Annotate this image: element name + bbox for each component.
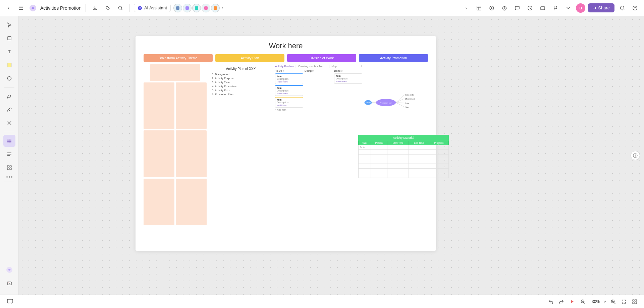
user-avatar[interactable]: B [576,3,585,13]
undo-button[interactable] [547,298,555,306]
sidebar-sep-2 [4,132,14,132]
tool-pen[interactable] [3,90,15,102]
notification-button[interactable] [617,3,627,13]
mind-map-center: Promotion plan [380,102,392,104]
template-button[interactable] [474,3,484,13]
brainstorm-cell [176,179,207,225]
tool-table[interactable] [3,135,15,147]
chevron-down-button[interactable] [563,3,573,13]
share-label: Share [598,5,610,10]
tool-more-dots[interactable] [5,175,14,179]
row1-person [371,145,387,150]
forward-button[interactable]: › [461,3,471,13]
plan-item-6: 6. Promotion Plan [212,93,270,96]
svg-rect-18 [7,63,11,67]
mind-map-left-node: Submit [366,102,371,104]
tag-button[interactable] [103,3,113,13]
collab-icon-p [173,4,182,12]
bottom-right: 30% [547,298,639,306]
col-person: Person [371,141,387,145]
present-mode-button[interactable] [5,297,15,306]
tool-grid[interactable] [3,162,15,174]
brainstorm-top-cell [150,64,200,81]
plan-title: Activity Plan of XXX [212,67,270,71]
canvas-board: Work here Brainstorm Activity Theme Acti… [136,36,436,251]
tool-smart-pen[interactable] [3,104,15,116]
kanban-card-2[interactable]: Item Description + New Form [275,85,303,96]
zoom-out-button[interactable] [579,298,587,306]
collab-icon-p2 [183,4,192,12]
clock-button[interactable] [525,3,535,13]
canvas-area[interactable]: Work here Brainstorm Activity Theme Acti… [19,16,644,295]
main-container: T [0,16,644,295]
canvas-title: Work here [136,36,436,54]
play-button[interactable] [487,3,497,13]
kanban-done-count: 0 [341,70,342,72]
top-toolbar: ‹ ☰ Activities Promotion M AI Assistant [0,0,644,16]
kanban-card-3[interactable]: Item Description + Add Item [275,97,303,108]
tool-sticky[interactable] [3,59,15,71]
svg-point-45 [635,154,635,155]
left-sidebar: T [0,16,19,295]
tool-theme[interactable] [3,264,15,276]
tool-connector[interactable] [3,117,15,129]
info-button[interactable] [631,151,640,160]
kanban-tab-tree[interactable]: Growing number Tree… [298,65,327,68]
section-headers: Brainstorm Activity Theme Activity Plan … [136,54,436,62]
kanban-tab-kanban[interactable]: Activity Kanban [275,65,293,68]
bottom-left [5,297,15,306]
plan-item-1: 1. Background [212,73,270,76]
activity-plan-doc: Activity Plan of XXX 1. Background 2. Ac… [209,64,272,225]
kanban-card-1[interactable]: Item Description + New Form [275,73,303,84]
zoom-chevron-icon [603,300,606,303]
kanban-col-doing-header: Doing 0 [305,69,333,72]
tool-text-block[interactable] [3,148,15,160]
svg-text:M: M [139,7,141,10]
export-button[interactable] [90,3,100,13]
share-button[interactable]: Share [588,3,614,12]
header-division-work: Division of Work [287,54,356,62]
back-button[interactable]: ‹ [4,3,13,13]
timer-button[interactable] [499,3,509,13]
divider-1 [86,4,86,12]
kanban-card-done-1[interactable]: Item Description + New Form [334,73,362,84]
zoom-control[interactable]: 30% [590,299,606,304]
ai-assistant-button[interactable]: M AI Assistant [134,4,171,12]
svg-rect-32 [10,168,11,170]
menu-button[interactable]: ☰ [16,3,25,13]
sidebar-sep-1 [4,87,14,87]
kanban-add-item-btn[interactable]: + Add Item [275,109,303,111]
kanban-todo-count: 4 [283,70,284,72]
play-mode-button[interactable] [568,298,576,306]
insert-button[interactable] [538,3,548,13]
mind-map-svg: Promotion plan Submit Social media Offic… [365,64,428,138]
zoom-in-button[interactable] [609,298,617,306]
plan-item-2: 2. Activity Purpose [212,77,270,80]
mind-map-node-social: Social media [405,94,414,96]
mind-map-node-poster: Poster [405,103,410,104]
redo-button[interactable] [557,298,566,306]
help-button[interactable] [630,3,640,13]
fit-screen-button[interactable] [620,298,628,306]
toolbar-right: › B Share [461,3,640,13]
svg-marker-47 [571,300,574,303]
tool-cursor[interactable] [3,19,15,31]
svg-line-40 [396,99,404,103]
collab-icon-c [192,4,201,12]
svg-rect-10 [477,6,481,10]
plan-item-5: 5. Activity Prize [212,89,270,92]
section-contents: Activity Plan of XXX 1. Background 2. Ac… [136,64,436,225]
kanban-add-column[interactable]: + [360,64,362,68]
comment-button[interactable] [512,3,522,13]
material-row-7 [359,173,449,178]
search-button[interactable] [115,3,125,13]
grid-view-button[interactable] [631,298,639,306]
header-brainstorm: Brainstorm Activity Theme [144,54,213,62]
tool-text[interactable]: T [3,46,15,58]
tool-shape[interactable] [3,72,15,84]
kanban-tab-map[interactable]: Map [331,65,337,68]
flag-button[interactable] [550,3,560,13]
tool-frame[interactable] [3,32,15,44]
tool-minimap[interactable] [3,277,15,289]
collab-more-chevron[interactable]: ‹ [220,5,224,11]
